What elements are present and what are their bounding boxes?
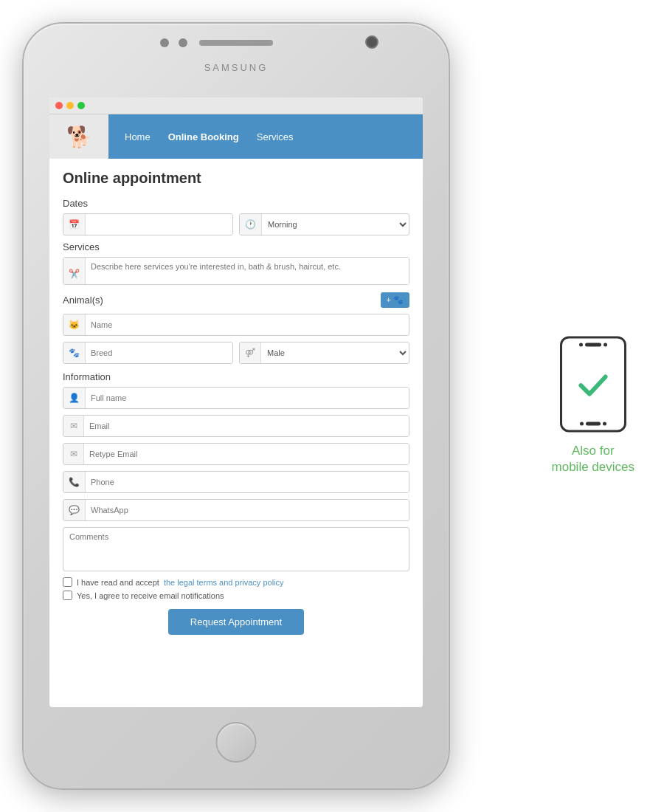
phone-icon: 📞 (63, 472, 86, 492)
clock-icon: 🕐 (240, 214, 262, 235)
comments-row (63, 527, 409, 571)
dates-label: Dates (63, 198, 409, 209)
traffic-light-green[interactable] (77, 102, 85, 109)
gender-icon: ⚤ (240, 343, 261, 363)
page-content: Online appointment Dates 📅 🕐 Morning (49, 159, 423, 650)
fullname-field[interactable]: 👤 (63, 387, 409, 409)
mini-phone-illustration (560, 336, 626, 432)
information-label: Information (63, 371, 409, 382)
phone-shell: SAMSUNG 🐕 Home Online Booking (22, 22, 450, 790)
nav-home[interactable]: Home (116, 131, 159, 142)
breed-icon: 🐾 (63, 343, 86, 363)
person-icon: 👤 (63, 388, 86, 408)
animal-breed-row: 🐾 ⚤ Male Female (63, 342, 409, 364)
terms-checkbox-row: I have read and accept the legal terms a… (63, 577, 409, 587)
mini-home-btn (586, 422, 601, 425)
mini-dot-left (580, 422, 584, 425)
services-input[interactable] (86, 258, 409, 284)
mini-phone-screen (565, 346, 621, 422)
phone-input[interactable] (86, 472, 409, 492)
email-input[interactable] (84, 416, 409, 436)
nav-services[interactable]: Services (248, 131, 302, 142)
phone-screen: 🐕 Home Online Booking Services Online ap… (49, 97, 423, 707)
notifications-text: Yes, I agree to receive email notificati… (77, 591, 224, 600)
phone-row: 📞 (63, 471, 409, 493)
retype-email-row: ✉ (63, 443, 409, 465)
terms-text: I have read and accept (77, 578, 159, 587)
nav-online-booking[interactable]: Online Booking (159, 131, 248, 142)
browser-chrome (49, 97, 423, 114)
email-field[interactable]: ✉ (63, 415, 409, 437)
calendar-icon: 📅 (63, 214, 86, 235)
submit-button[interactable]: Request Appointment (168, 609, 304, 635)
page-title: Online appointment (63, 170, 409, 187)
email-icon: ✉ (63, 416, 84, 436)
scene: SAMSUNG 🐕 Home Online Booking (0, 0, 664, 812)
nav-links: Home Online Booking Services (108, 131, 423, 142)
animals-header: Animal(s) + 🐾 (63, 292, 409, 308)
services-icon: ✂️ (63, 258, 86, 284)
time-field[interactable]: 🕐 Morning Afternoon Evening (239, 213, 409, 235)
date-field[interactable]: 📅 (63, 213, 233, 235)
terms-checkbox[interactable] (63, 577, 72, 587)
notifications-checkbox-row: Yes, I agree to receive email notificati… (63, 591, 409, 600)
whatsapp-input[interactable] (86, 500, 409, 520)
terms-link[interactable]: the legal terms and privacy policy (164, 578, 284, 587)
retype-email-input[interactable] (84, 444, 409, 464)
phone-home-button[interactable] (216, 722, 257, 763)
animals-label: Animal(s) (63, 295, 103, 306)
animal-name-row: 🐱 (63, 314, 409, 336)
camera-dot-left (160, 38, 169, 47)
notifications-checkbox[interactable] (63, 591, 72, 600)
animal-breed-input[interactable] (86, 343, 232, 363)
dates-row: 📅 🕐 Morning Afternoon Evening (63, 213, 409, 235)
services-field[interactable]: ✂️ (63, 257, 409, 285)
time-select[interactable]: Morning Afternoon Evening (262, 216, 409, 233)
whatsapp-icon: 💬 (63, 500, 86, 520)
front-camera (365, 35, 378, 49)
whatsapp-field[interactable]: 💬 (63, 499, 409, 521)
checkmark-icon (575, 365, 612, 402)
animal-gender-select[interactable]: Male Female (261, 344, 409, 362)
animal-gender-field[interactable]: ⚤ Male Female (239, 342, 409, 364)
date-input[interactable] (86, 214, 232, 235)
animal-name-field[interactable]: 🐱 (63, 314, 409, 336)
whatsapp-row: 💬 (63, 499, 409, 521)
email-row: ✉ (63, 415, 409, 437)
animal-name-input[interactable] (86, 314, 409, 335)
dog-icon: 🐕 (66, 125, 92, 149)
traffic-light-yellow[interactable] (66, 102, 74, 109)
phone-field[interactable]: 📞 (63, 471, 409, 493)
retype-email-icon: ✉ (63, 444, 84, 464)
camera-dot-right (179, 38, 187, 47)
mini-phone-bottom (580, 422, 606, 425)
retype-email-field[interactable]: ✉ (63, 443, 409, 465)
mini-dot-right (603, 422, 606, 425)
webpage[interactable]: 🐕 Home Online Booking Services Online ap… (49, 97, 423, 707)
services-label: Services (63, 241, 409, 252)
comments-input[interactable] (63, 527, 409, 571)
fullname-row: 👤 (63, 387, 409, 409)
animal-icon: 🐱 (63, 314, 86, 335)
add-animal-button[interactable]: + 🐾 (381, 292, 409, 308)
animal-breed-field[interactable]: 🐾 (63, 342, 233, 364)
promo-text: Also for mobile devices (552, 443, 634, 475)
traffic-light-red[interactable] (55, 102, 63, 109)
mobile-promo: Also for mobile devices (552, 336, 634, 475)
fullname-input[interactable] (86, 388, 409, 408)
phone-brand: SAMSUNG (204, 62, 269, 73)
site-nav: 🐕 Home Online Booking Services (49, 114, 423, 159)
site-logo: 🐕 (49, 114, 108, 159)
phone-speaker (199, 40, 273, 46)
